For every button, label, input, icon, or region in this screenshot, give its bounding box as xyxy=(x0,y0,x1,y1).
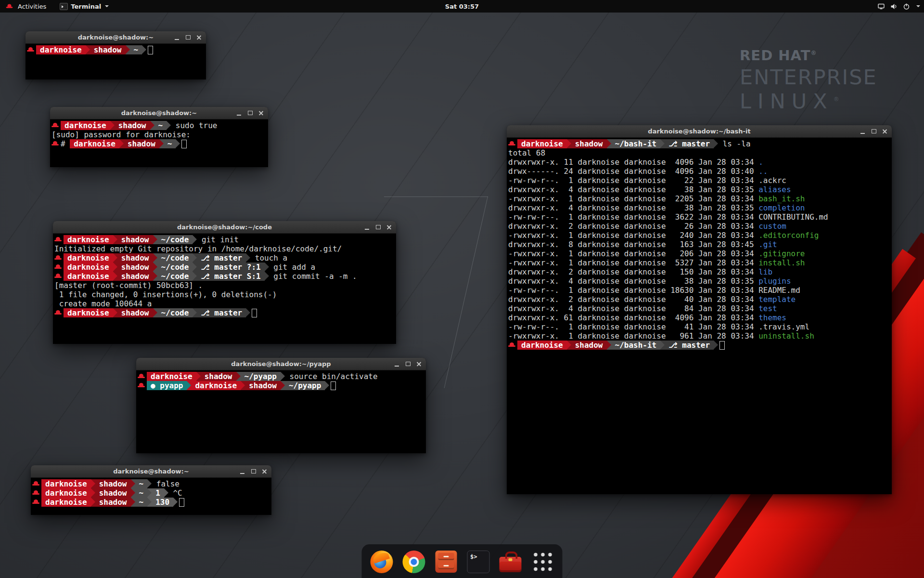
prompt-segment: 130 xyxy=(152,498,173,507)
prompt-segment: ~ xyxy=(164,139,176,148)
titlebar[interactable]: darknoise@shadow:~ xyxy=(31,465,271,478)
terminal-line: darknoiseshadow~ sudo true xyxy=(51,121,268,130)
close-button[interactable] xyxy=(261,468,268,475)
terminal-text: git init xyxy=(197,235,239,244)
close-button[interactable] xyxy=(257,109,265,117)
titlebar[interactable]: darknoise@shadow:~ xyxy=(50,107,268,119)
terminal-line: -rw-rw-r--. 1 darknoise darknoise 18630 … xyxy=(508,286,892,295)
branding-linux: LINUX® xyxy=(740,89,877,113)
terminal-line: total 68 xyxy=(508,148,892,158)
app-menu-label: Terminal xyxy=(71,3,101,10)
close-button[interactable] xyxy=(881,128,888,135)
close-button[interactable] xyxy=(195,34,203,41)
maximize-button[interactable] xyxy=(374,223,382,231)
branding-enterprise: ENTERPRISE xyxy=(740,65,877,89)
terminal-content[interactable]: darknoiseshadow~ sudo true[sudo] passwor… xyxy=(50,119,268,167)
terminal-line: darknoiseshadow~ false xyxy=(32,479,271,488)
titlebar[interactable]: darknoise@shadow:~/pyapp xyxy=(136,358,426,370)
powerline-arrow-icon xyxy=(567,341,571,350)
prompt-segment: shadow xyxy=(95,488,131,498)
powerline-arrow-icon xyxy=(113,308,117,317)
prompt-segment: shadow xyxy=(117,253,153,263)
powerline-arrow-icon xyxy=(147,498,152,507)
dock-terminal[interactable]: $> xyxy=(466,550,490,574)
terminal-content[interactable]: darknoiseshadow~ xyxy=(26,44,206,79)
powerline-arrow-icon xyxy=(265,263,269,272)
terminal-text: ls -la xyxy=(718,139,750,148)
dock-file-cabinet[interactable] xyxy=(434,550,458,574)
dock-chrome[interactable] xyxy=(402,550,426,574)
maximize-button[interactable] xyxy=(246,109,254,117)
wallpaper-line xyxy=(384,197,488,197)
maximize-button[interactable] xyxy=(184,34,192,41)
app-menu-terminal[interactable]: Terminal xyxy=(58,0,111,13)
prompt-segment: ⎇ master ?:1 xyxy=(197,263,264,272)
terminal-line: -rwxrwxr-x. 1 darknoise darknoise 2205 J… xyxy=(508,194,892,203)
titlebar[interactable]: darknoise@shadow:~ xyxy=(26,31,206,44)
powerline-arrow-icon xyxy=(113,235,117,244)
activities-button[interactable]: Activities xyxy=(4,0,48,13)
powerline-arrow-icon xyxy=(153,272,157,281)
power-icon xyxy=(903,3,910,10)
prompt-segment: darknoise xyxy=(41,488,91,498)
prompt-segment: shadow xyxy=(117,308,153,317)
titlebar[interactable]: darknoise@shadow:~/code xyxy=(53,221,396,234)
titlebar[interactable]: darknoise@shadow:~/bash-it xyxy=(507,125,892,138)
prompt-segment: ⎇ master xyxy=(665,341,714,350)
powerline-arrow-icon xyxy=(325,381,329,390)
maximize-button[interactable] xyxy=(870,128,877,135)
system-status-area[interactable] xyxy=(877,0,920,13)
terminal-line: drwxrwxr-x. 4 darknoise darknoise 38 Jan… xyxy=(508,185,892,194)
firefox-icon xyxy=(370,551,393,573)
terminal-window-pyapp: darknoise@shadow:~/pyapp darknoiseshadow… xyxy=(136,358,426,453)
terminal-line: -rw-rw-r--. 1 darknoise darknoise 22 Jan… xyxy=(508,176,892,185)
powerline-arrow-icon xyxy=(119,139,124,148)
terminal-text: .git xyxy=(758,240,777,249)
powerline-arrow-icon xyxy=(113,253,117,263)
minimize-button[interactable] xyxy=(363,223,371,231)
terminal-content[interactable]: darknoiseshadow~/pyapp source bin/activa… xyxy=(136,370,426,453)
powerline-arrow-icon xyxy=(113,263,117,272)
terminal-window-home-1: darknoise@shadow:~ darknoiseshadow~ xyxy=(26,31,206,79)
prompt-segment: ~/code xyxy=(157,263,193,272)
terminal-text: drwxrwxr-x. 2 darknoise darknoise 26 Jan… xyxy=(508,222,758,231)
prompt-segment: darknoise xyxy=(64,235,113,244)
prompt-segment: ⎇ master S:1 xyxy=(197,272,264,281)
prompt-segment: shadow xyxy=(117,263,153,272)
close-button[interactable] xyxy=(415,360,423,368)
powerline-arrow-icon xyxy=(91,488,95,498)
powerline-arrow-icon xyxy=(86,45,90,54)
terminal-content[interactable]: darknoiseshadow~/bash-it⎇ master ls -lat… xyxy=(507,138,892,494)
terminal-text: -rw-rw-r--. 1 darknoise darknoise 3622 J… xyxy=(508,212,758,222)
prompt-segment: shadow xyxy=(117,272,153,281)
minimize-button[interactable] xyxy=(239,468,246,475)
redhat-prompt-icon xyxy=(51,121,59,130)
terminal-text: drwxrwxr-x. 2 darknoise darknoise 40 Jan… xyxy=(508,295,758,304)
terminal-icon: $> xyxy=(467,551,489,573)
maximize-button[interactable] xyxy=(404,360,411,368)
prompt-segment: darknoise xyxy=(517,139,567,148)
prompt-segment: darknoise xyxy=(147,372,196,381)
terminal-content[interactable]: darknoiseshadow~ falsedarknoiseshadow~1 … xyxy=(31,478,271,515)
clock[interactable]: Sat 03:57 xyxy=(445,3,479,10)
minimize-button[interactable] xyxy=(859,128,866,135)
minimize-button[interactable] xyxy=(235,109,243,117)
terminal-line: [master (root-commit) 50bcb63] . xyxy=(54,281,396,290)
close-button[interactable] xyxy=(385,223,393,231)
terminal-text: drwxrwxr-x. 4 darknoise darknoise 84 Jan… xyxy=(508,304,758,313)
terminal-content[interactable]: darknoiseshadow~/code git initInitialize… xyxy=(53,234,396,344)
terminal-line: darknoiseshadow~1 ^C xyxy=(32,488,271,498)
dock-toolbox[interactable] xyxy=(499,550,523,574)
minimize-button[interactable] xyxy=(173,34,180,41)
dock-firefox[interactable] xyxy=(370,550,394,574)
terminal-window-home-2: darknoise@shadow:~ darknoiseshadow~ fals… xyxy=(31,465,271,515)
dock-show-applications[interactable] xyxy=(531,550,555,574)
terminal-text: create mode 100644 a xyxy=(54,299,152,308)
powerline-arrow-icon xyxy=(153,308,157,317)
powerline-arrow-icon xyxy=(150,121,154,130)
powerline-arrow-icon xyxy=(110,121,115,130)
maximize-button[interactable] xyxy=(250,468,257,475)
minimize-button[interactable] xyxy=(393,360,400,368)
terminal-line: darknoiseshadow~/code⎇ master touch a xyxy=(54,253,396,263)
prompt-segment: shadow xyxy=(571,341,607,350)
